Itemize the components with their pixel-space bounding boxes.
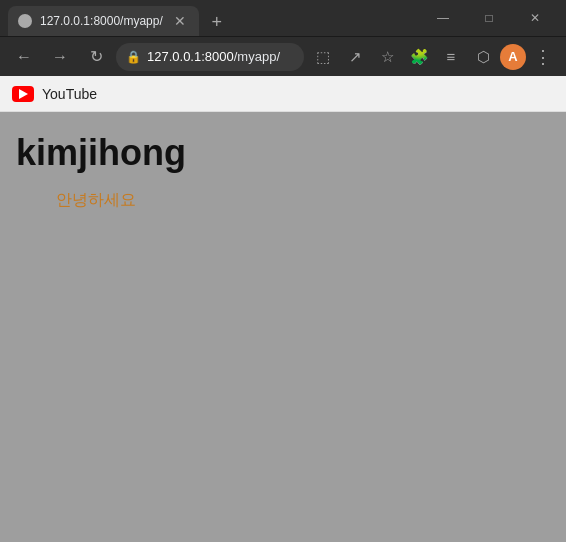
forward-icon: → — [52, 48, 68, 66]
youtube-logo-icon — [12, 86, 34, 102]
extensions-icon: 🧩 — [410, 48, 429, 66]
screenshot-icon: ⬚ — [316, 48, 330, 66]
profile-button[interactable]: A — [500, 44, 526, 70]
address-path: /myapp/ — [234, 49, 280, 64]
nav-bar: ← → ↻ 🔒 127.0.0.1:8000/myapp/ ⬚ ↗ ☆ 🧩 ≡ … — [0, 36, 566, 76]
youtube-label: YouTube — [42, 86, 97, 102]
bookmark-icon: ☆ — [381, 48, 394, 66]
share-button[interactable]: ↗ — [340, 42, 370, 72]
ext2-button[interactable]: ≡ — [436, 42, 466, 72]
tab-close-button[interactable]: ✕ — [171, 12, 189, 30]
extensions-button[interactable]: 🧩 — [404, 42, 434, 72]
page-subtext: 안녕하세요 — [56, 190, 550, 211]
lock-icon: 🔒 — [126, 50, 141, 64]
ext3-button[interactable]: ⬡ — [468, 42, 498, 72]
nav-icons: ⬚ ↗ ☆ 🧩 ≡ ⬡ A ⋮ — [308, 42, 558, 72]
menu-button[interactable]: ⋮ — [528, 42, 558, 72]
tab-favicon — [18, 14, 32, 28]
profile-initial: A — [508, 49, 517, 64]
page-content: YouTube kimjihong 안녕하세요 — [0, 76, 566, 542]
youtube-play-triangle — [19, 89, 28, 99]
back-icon: ← — [16, 48, 32, 66]
page-toolbar: YouTube — [0, 76, 566, 112]
address-host: 127.0.0.1:8000 — [147, 49, 234, 64]
reload-button[interactable]: ↻ — [80, 41, 112, 73]
close-button[interactable]: ✕ — [512, 6, 558, 30]
page-heading: kimjihong — [16, 132, 550, 174]
bookmark-button[interactable]: ☆ — [372, 42, 402, 72]
forward-button[interactable]: → — [44, 41, 76, 73]
reload-icon: ↻ — [90, 47, 103, 66]
minimize-button[interactable]: — — [420, 6, 466, 30]
browser-tab[interactable]: 127.0.0.1:8000/myapp/ ✕ — [8, 6, 199, 36]
window-controls: — □ ✕ — [420, 6, 558, 30]
share-icon: ↗ — [349, 48, 362, 66]
new-tab-button[interactable]: + — [203, 8, 231, 36]
maximize-button[interactable]: □ — [466, 6, 512, 30]
ext2-icon: ≡ — [447, 48, 456, 65]
tab-title: 127.0.0.1:8000/myapp/ — [40, 14, 163, 28]
screenshot-button[interactable]: ⬚ — [308, 42, 338, 72]
back-button[interactable]: ← — [8, 41, 40, 73]
page-body: kimjihong 안녕하세요 — [0, 112, 566, 231]
address-text: 127.0.0.1:8000/myapp/ — [147, 49, 294, 64]
title-bar: 127.0.0.1:8000/myapp/ ✕ + — □ ✕ — [0, 0, 566, 36]
address-bar[interactable]: 🔒 127.0.0.1:8000/myapp/ — [116, 43, 304, 71]
ext3-icon: ⬡ — [477, 48, 490, 66]
